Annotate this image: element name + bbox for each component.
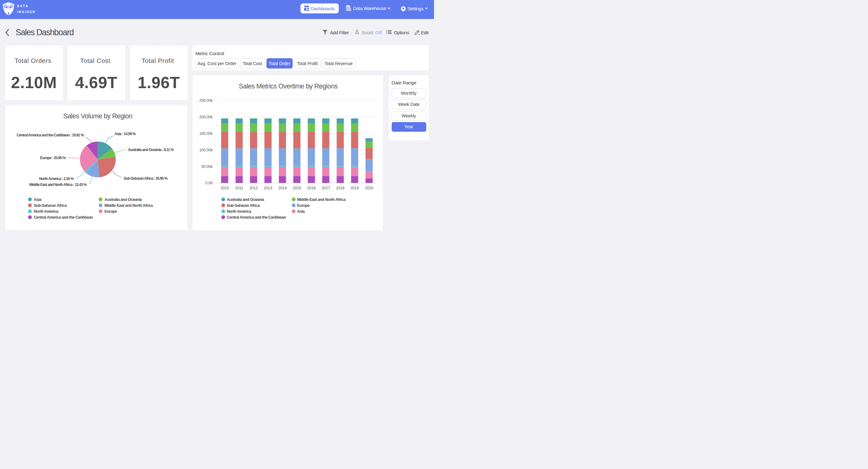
svg-text:50.00k: 50.00k — [202, 165, 213, 169]
svg-text:2013: 2013 — [264, 186, 272, 190]
svg-text:Australia and Oceania : 8.11 %: Australia and Oceania : 8.11 % — [128, 148, 174, 152]
svg-text:2014: 2014 — [278, 186, 287, 190]
svg-text:2018: 2018 — [336, 186, 344, 190]
svg-text:Australia and Oceania: Australia and Oceania — [227, 198, 264, 202]
svg-text:Central America and the Caribb: Central America and the Caribbean — [227, 215, 286, 219]
svg-text:Asia: Asia — [34, 198, 42, 202]
svg-text:2017: 2017 — [321, 186, 330, 190]
svg-text:0.00: 0.00 — [205, 181, 213, 185]
svg-text:Middle East and North Africa: Middle East and North Africa — [104, 203, 153, 208]
svg-text:Sub-Saharan Africa : 25.95 %: Sub-Saharan Africa : 25.95 % — [124, 176, 168, 181]
svg-text:Sales Metrics Overtime by Regi: Sales Metrics Overtime by Regions — [239, 83, 338, 90]
svg-text:Asia: Asia — [297, 209, 305, 214]
svg-text:2011: 2011 — [235, 186, 243, 190]
svg-text:100.00k: 100.00k — [199, 148, 213, 152]
svg-text:Australia and Oceania: Australia and Oceania — [104, 198, 142, 202]
svg-text:150.00k: 150.00k — [199, 131, 213, 136]
svg-text:Europe : 25.95 %: Europe : 25.95 % — [40, 156, 66, 160]
svg-text:Sub-Saharan Africa: Sub-Saharan Africa — [227, 203, 260, 208]
svg-text:2015: 2015 — [293, 186, 301, 190]
svg-text:2019: 2019 — [350, 186, 359, 190]
svg-text:250.00k: 250.00k — [199, 98, 213, 103]
svg-text:200.00k: 200.00k — [199, 115, 213, 119]
svg-text:North America: North America — [34, 209, 59, 214]
svg-text:2012: 2012 — [249, 186, 258, 190]
svg-text:Central America and the Caribb: Central America and the Caribbean : 10.8… — [17, 133, 84, 137]
svg-text:Asia : 14.59 %: Asia : 14.59 % — [114, 132, 136, 136]
svg-text:Middle East and North Africa: Middle East and North Africa — [297, 198, 346, 202]
svg-text:Middle East and North Africa :: Middle East and North Africa : 12.43 % — [29, 182, 87, 187]
svg-text:2020: 2020 — [365, 186, 373, 190]
svg-text:2016: 2016 — [307, 186, 315, 190]
svg-text:2010: 2010 — [220, 186, 229, 190]
svg-text:North America: North America — [227, 209, 252, 214]
svg-text:Sub-Saharan Africa: Sub-Saharan Africa — [34, 203, 67, 208]
svg-text:Europe: Europe — [104, 209, 117, 214]
svg-text:Europe: Europe — [297, 203, 309, 208]
svg-text:Sales Volume by Region: Sales Volume by Region — [63, 112, 132, 120]
svg-text:North America : 2.16 %: North America : 2.16 % — [39, 177, 74, 181]
svg-text:Central America and the Caribb: Central America and the Caribbean — [34, 215, 93, 219]
